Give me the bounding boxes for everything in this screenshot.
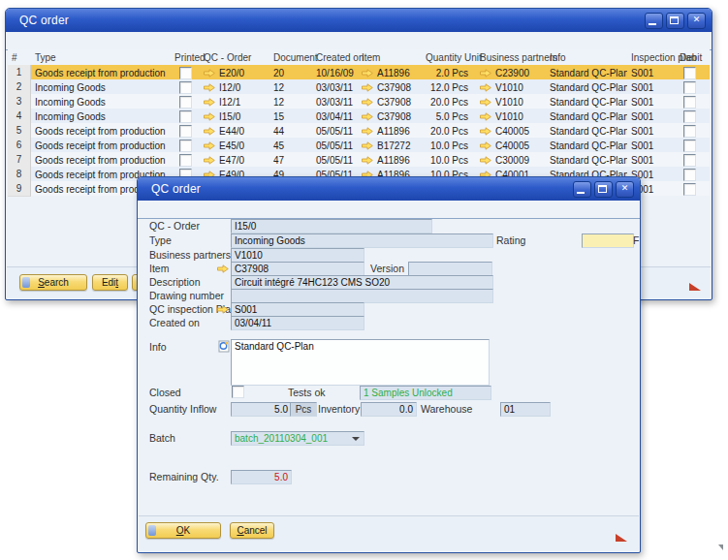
info-textarea[interactable]: Standard QC-Plan [231, 339, 490, 386]
item-field[interactable]: C37908 [231, 262, 364, 276]
row-number: 4 [8, 109, 31, 124]
search-button[interactable]: Search [19, 274, 87, 291]
resize-handle-icon[interactable] [689, 283, 701, 291]
link-arrow-icon[interactable] [362, 156, 373, 165]
table-row[interactable]: 5Goods receipt from productionE44/04405/… [8, 123, 710, 138]
debit-checkbox[interactable] [683, 81, 696, 94]
qc-order-cell: E20/0 [200, 66, 269, 80]
item-cell: B17272 [358, 139, 422, 153]
table-row[interactable]: 3Incoming GoodsI12/11203/03/11C3790820.0… [8, 94, 710, 109]
table-row[interactable]: 2Incoming GoodsI12/01203/03/11C3790812.0… [8, 79, 710, 94]
rating-field[interactable] [582, 233, 634, 248]
dialog-titlebar[interactable]: QC order [138, 177, 640, 201]
table-row[interactable]: 1Goods receipt from productionE20/02010/… [8, 65, 710, 79]
row-number: 6 [8, 138, 31, 153]
type-cell: Goods receipt from production [31, 66, 171, 80]
debit-checkbox[interactable] [683, 154, 696, 167]
document-cell: 44 [269, 124, 312, 139]
main-titlebar[interactable]: QC order [6, 9, 712, 32]
printed-checkbox[interactable] [179, 140, 192, 152]
link-arrow-icon[interactable] [204, 127, 215, 136]
business-partner-value: C23900 [495, 68, 529, 78]
printed-checkbox[interactable] [179, 125, 192, 138]
link-arrow-icon[interactable] [362, 69, 373, 78]
minimize-icon[interactable] [645, 13, 663, 29]
business-partner-cell: V1010 [476, 80, 546, 95]
drawing-number-field[interactable] [231, 289, 493, 303]
link-arrow-icon[interactable] [204, 69, 215, 78]
link-arrow-icon[interactable] [480, 127, 491, 136]
closed-checkbox[interactable] [232, 386, 244, 398]
link-arrow-icon[interactable] [204, 112, 215, 121]
link-arrow-icon[interactable] [217, 264, 229, 273]
printed-checkbox[interactable] [179, 154, 192, 167]
link-arrow-icon[interactable] [362, 141, 373, 150]
printed-checkbox[interactable] [179, 96, 192, 109]
debit-checkbox[interactable] [683, 140, 696, 152]
edit-text-icon[interactable] [218, 340, 230, 353]
link-arrow-icon[interactable] [480, 156, 491, 165]
qc-inspection-plan-field[interactable]: S001 [231, 302, 364, 317]
table-row[interactable]: 4Incoming GoodsI15/01503/04/11C379085.0 … [8, 109, 710, 123]
inspection-plan-cell: S001 [627, 124, 676, 139]
close-icon[interactable] [616, 181, 634, 198]
maximize-icon[interactable] [594, 181, 613, 198]
close-icon[interactable] [687, 13, 706, 29]
col-header-item: Item [358, 52, 422, 63]
debit-checkbox[interactable] [683, 67, 696, 79]
link-arrow-icon[interactable] [362, 112, 373, 121]
table-row[interactable]: 6Goods receipt from productionE45/04505/… [8, 138, 710, 152]
created-on-field[interactable]: 03/04/11 [231, 316, 364, 330]
printed-checkbox[interactable] [179, 110, 192, 123]
debit-checkbox[interactable] [683, 125, 696, 138]
link-arrow-icon[interactable] [480, 98, 491, 107]
tab-label: QC order [15, 34, 46, 49]
description-field[interactable]: Circuit intégré 74HC123 CMS SO20 [231, 275, 493, 290]
quantity-inflow-field[interactable]: 5.0 [231, 402, 292, 417]
link-arrow-icon[interactable] [204, 98, 215, 107]
item-cell: C37908 [358, 109, 422, 124]
link-arrow-icon[interactable] [204, 83, 215, 92]
business-partner-cell: V1010 [476, 95, 546, 109]
warehouse-field[interactable]: 01 [500, 402, 551, 417]
info-cell: Standard QC-Plan [546, 80, 627, 95]
cancel-button[interactable]: Cancel [230, 522, 274, 539]
printed-cell [171, 139, 200, 153]
link-arrow-icon[interactable] [362, 83, 373, 92]
item-cell: C37908 [358, 80, 422, 95]
link-arrow-icon[interactable] [204, 141, 215, 150]
ok-button[interactable]: OK [145, 522, 221, 539]
qc-order-field[interactable]: I15/0 [231, 219, 432, 233]
minimize-icon[interactable] [573, 181, 591, 198]
link-arrow-icon[interactable] [480, 83, 491, 92]
inspection-plan-cell: S001 [627, 95, 676, 109]
link-arrow-icon[interactable] [480, 141, 491, 150]
type-field[interactable]: Incoming Goods [231, 233, 493, 248]
version-field[interactable] [408, 262, 492, 276]
tab-label: Input by Piece [148, 202, 179, 218]
debit-checkbox[interactable] [683, 110, 696, 123]
edit-button[interactable]: Edit [92, 274, 128, 291]
printed-checkbox[interactable] [179, 81, 192, 94]
col-header-created-on: Created on [312, 52, 358, 63]
rating-suffix: F [633, 234, 639, 246]
type-cell: Incoming Goods [31, 80, 171, 95]
printed-checkbox[interactable] [179, 67, 192, 79]
batch-dropdown[interactable]: batch_20110304_001 [231, 431, 364, 446]
info-cell: Standard QC-Plan [546, 95, 627, 109]
col-header-qc-order: QC - Order [200, 52, 269, 63]
business-partners-field[interactable]: V1010 [231, 248, 364, 263]
created-on-cell: 03/03/11 [312, 95, 358, 109]
resize-handle-icon[interactable] [616, 534, 627, 542]
link-arrow-icon[interactable] [362, 127, 373, 136]
link-arrow-icon[interactable] [362, 98, 373, 107]
debit-checkbox[interactable] [683, 183, 696, 196]
maximize-icon[interactable] [666, 13, 684, 29]
link-arrow-icon[interactable] [217, 305, 229, 314]
debit-checkbox[interactable] [683, 96, 696, 109]
table-row[interactable]: 7Goods receipt from productionE47/04705/… [8, 152, 710, 167]
debit-checkbox[interactable] [683, 169, 696, 181]
link-arrow-icon[interactable] [480, 112, 491, 121]
link-arrow-icon[interactable] [480, 69, 491, 78]
link-arrow-icon[interactable] [204, 156, 215, 165]
